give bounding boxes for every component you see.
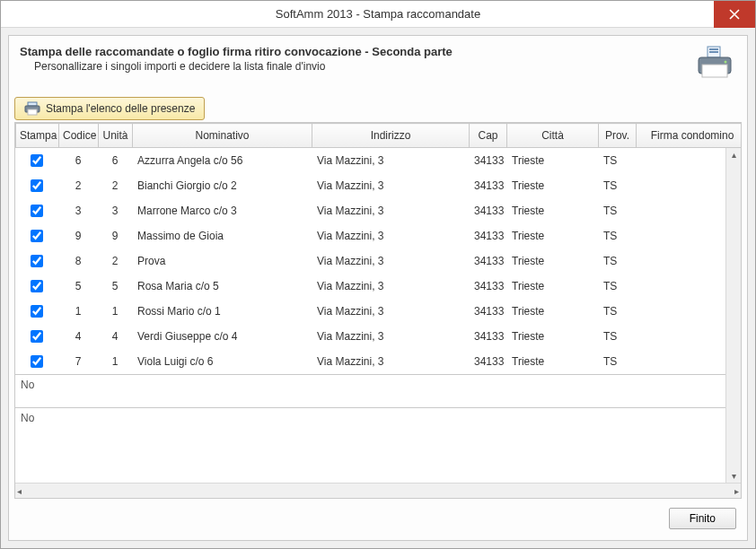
table-row[interactable]: 11Rossi Mario c/o 1Via Mazzini, 334133Tr…: [15, 299, 741, 324]
close-button[interactable]: [714, 1, 755, 28]
cell-nominativo: Viola Luigi c/o 6: [132, 349, 312, 375]
content-area: Stampa delle raccomandate o foglio firma…: [1, 28, 755, 548]
row-checkbox[interactable]: [31, 205, 43, 217]
cell-unita: 4: [98, 324, 132, 349]
horizontal-scrollbar[interactable]: ◂ ▸: [15, 483, 741, 498]
table-row[interactable]: 82ProvaVia Mazzini, 334133TriesteTS: [15, 248, 741, 274]
cell-citta: Trieste: [506, 173, 598, 198]
cell-nominativo: Rossi Mario c/o 1: [132, 299, 312, 324]
col-header-citta[interactable]: Città: [507, 124, 599, 148]
page-title: Stampa delle raccomandate o foglio firma…: [20, 45, 453, 58]
row-checkbox[interactable]: [31, 280, 43, 292]
cell-codice: 3: [58, 198, 98, 223]
footer: Finito: [14, 499, 742, 531]
col-header-stampa[interactable]: Stampa: [16, 124, 59, 148]
row-checkbox[interactable]: [31, 305, 43, 318]
page-subtitle: Personallizare i singoli importi e decid…: [34, 60, 453, 73]
cell-unita: 2: [98, 248, 132, 274]
cell-cap: 34133: [469, 349, 506, 375]
grid-header-table: Stampa Codice Unità Nominativo Indirizzo…: [15, 123, 742, 148]
cell-citta: Trieste: [506, 223, 598, 248]
row-checkbox[interactable]: [31, 154, 43, 167]
row-checkbox[interactable]: [31, 255, 43, 267]
cell-codice: 8: [58, 248, 98, 274]
cell-nominativo: Azzurra Angela c/o 56: [132, 148, 312, 173]
app-window: SoftAmm 2013 - Stampa raccomandate Stamp…: [0, 0, 756, 549]
cell-indirizzo: Via Mazzini, 3: [312, 299, 469, 324]
cell-citta: Trieste: [506, 324, 598, 349]
print-icon: [24, 101, 40, 116]
cell-prov: TS: [598, 349, 636, 375]
table-row[interactable]: 99Massimo de GioiaVia Mazzini, 334133Tri…: [15, 223, 741, 248]
col-header-prov[interactable]: Prov.: [599, 124, 637, 148]
table-row[interactable]: 33Marrone Marco c/o 3Via Mazzini, 334133…: [15, 198, 741, 223]
close-icon: [729, 9, 740, 20]
row-checkbox[interactable]: [31, 355, 43, 368]
row-checkbox[interactable]: [31, 230, 43, 242]
vertical-scrollbar[interactable]: ▴ ▾: [725, 148, 741, 483]
cell-indirizzo: Via Mazzini, 3: [312, 349, 469, 375]
finish-button[interactable]: Finito: [669, 508, 736, 529]
table-row[interactable]: 55Rosa Maria c/o 5Via Mazzini, 334133Tri…: [15, 274, 741, 299]
scroll-track[interactable]: [23, 484, 733, 498]
cell-prov: TS: [598, 198, 636, 223]
header-text: Stampa delle raccomandate o foglio firma…: [20, 45, 453, 73]
table-row[interactable]: 71Viola Luigi c/o 6Via Mazzini, 334133Tr…: [15, 349, 741, 375]
titlebar: SoftAmm 2013 - Stampa raccomandate: [1, 1, 755, 28]
col-header-firma[interactable]: Firma condomino: [637, 124, 743, 148]
row-checkbox[interactable]: [31, 179, 43, 192]
cell-unita: 5: [98, 274, 132, 299]
svg-rect-4: [702, 65, 727, 77]
col-header-unita[interactable]: Unità: [99, 124, 133, 148]
cell-prov: TS: [598, 223, 636, 248]
svg-point-5: [725, 61, 727, 64]
scroll-down-icon: ▾: [732, 471, 736, 481]
cell-codice: 9: [58, 223, 98, 248]
table-row[interactable]: 22Bianchi Giorgio c/o 2Via Mazzini, 3341…: [15, 173, 741, 198]
cell-cap: 34133: [469, 148, 506, 173]
cell-cap: 34133: [469, 248, 506, 274]
cell-indirizzo: Via Mazzini, 3: [312, 324, 469, 349]
table-row[interactable]: 44Verdi Giuseppe c/o 4Via Mazzini, 33413…: [15, 324, 741, 349]
col-header-indirizzo[interactable]: Indirizzo: [312, 124, 470, 148]
cell-indirizzo: Via Mazzini, 3: [312, 148, 469, 173]
cell-citta: Trieste: [506, 198, 598, 223]
main-panel: Stampa delle raccomandate o foglio firma…: [8, 35, 748, 541]
cell-citta: Trieste: [506, 248, 598, 274]
row-checkbox[interactable]: [31, 330, 43, 343]
cell-codice: 1: [58, 299, 98, 324]
window-title: SoftAmm 2013 - Stampa raccomandate: [276, 7, 480, 21]
table-row[interactable]: 66Azzurra Angela c/o 56Via Mazzini, 3341…: [15, 148, 741, 173]
cell-cap: 34133: [469, 173, 506, 198]
summary-label-2: No: [15, 408, 741, 429]
cell-cap: 34133: [469, 324, 506, 349]
cell-cap: 34133: [469, 299, 506, 324]
cell-nominativo: Rosa Maria c/o 5: [132, 274, 312, 299]
cell-codice: 7: [58, 349, 98, 375]
print-presenze-button[interactable]: Stampa l'elenco delle presenze: [14, 97, 205, 120]
cell-indirizzo: Via Mazzini, 3: [312, 274, 469, 299]
cell-nominativo: Bianchi Giorgio c/o 2: [132, 173, 312, 198]
cell-cap: 34133: [469, 274, 506, 299]
cell-nominativo: Prova: [132, 248, 312, 274]
grid-body: 66Azzurra Angela c/o 56Via Mazzini, 3341…: [15, 148, 741, 483]
cell-unita: 6: [98, 148, 132, 173]
col-header-cap[interactable]: Cap: [470, 124, 507, 148]
cell-unita: 9: [98, 223, 132, 248]
col-header-codice[interactable]: Codice: [59, 124, 99, 148]
summary-label: No: [15, 375, 741, 396]
cell-prov: TS: [598, 274, 636, 299]
scroll-up-icon: ▴: [732, 150, 736, 160]
cell-unita: 1: [98, 349, 132, 375]
cell-codice: 6: [58, 148, 98, 173]
cell-citta: Trieste: [506, 349, 598, 375]
cell-unita: 1: [98, 299, 132, 324]
col-header-nominativo[interactable]: Nominativo: [133, 124, 312, 148]
cell-prov: TS: [598, 248, 636, 274]
cell-cap: 34133: [469, 223, 506, 248]
cell-citta: Trieste: [506, 274, 598, 299]
cell-indirizzo: Via Mazzini, 3: [312, 198, 469, 223]
cell-indirizzo: Via Mazzini, 3: [312, 223, 469, 248]
toolbar: Stampa l'elenco delle presenze: [14, 97, 742, 120]
printer-icon: [693, 45, 736, 81]
